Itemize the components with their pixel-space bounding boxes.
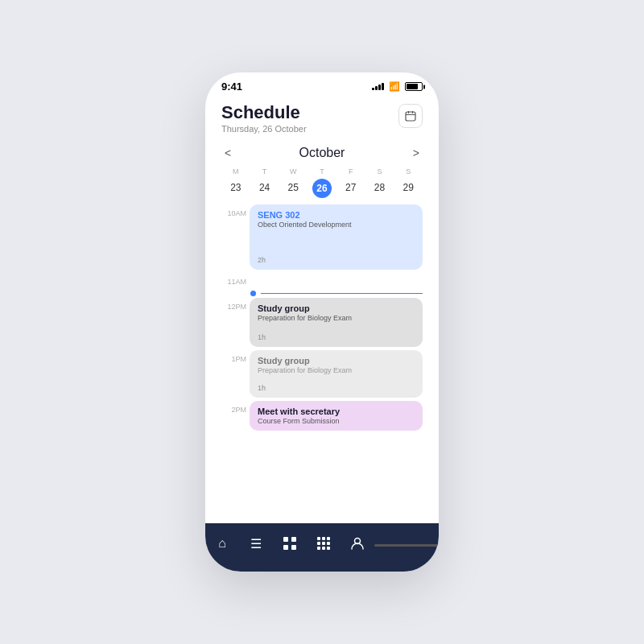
svg-rect-11 [317,542,320,545]
month-nav: < October > [205,142,439,164]
signal-icon [372,83,384,90]
month-title: October [299,146,345,160]
week-calendar: M T W T F S S 23 24 25 26 27 28 29 [205,164,439,204]
event-studygroup1[interactable]: Study group Preparation for Biology Exam… [250,298,423,347]
svg-rect-10 [327,537,330,540]
svg-rect-15 [322,547,325,550]
next-month-button[interactable]: > [410,145,423,161]
event-seng302-title: SENG 302 [258,210,415,220]
page-title: Schedule [221,102,307,123]
time-label-11am: 11AM [221,273,250,286]
battery-icon [405,82,423,91]
time-slot-11am: 11AM [221,273,423,289]
nav-grid[interactable] [307,531,341,555]
header-text: Schedule Thursday, 26 October [221,102,307,134]
status-time: 9:41 [221,80,242,93]
time-dot [250,291,256,296]
day-header-sat: S [365,167,394,175]
day-header-sun: S [394,167,423,175]
event-seng302-container: SENG 302 Obect Oriented Development 2h [250,204,423,273]
event-seng302-duration: 2h [258,256,415,264]
day-header-wed: W [279,167,308,175]
event-studygroup2-subtitle: Preparation for Biology Exam [258,366,415,374]
event-studygroup1-title: Study group [258,303,415,313]
time-label-1pm: 1PM [221,350,250,363]
svg-rect-16 [327,547,330,550]
schedule-area: 10AM SENG 302 Obect Oriented Development… [205,204,439,434]
time-line [261,293,423,294]
svg-rect-9 [322,537,325,540]
event-studygroup2[interactable]: Study group Preparation for Biology Exam… [250,350,423,398]
day-26-today[interactable]: 26 [312,179,332,198]
svg-rect-13 [327,542,330,545]
day-numbers: 23 24 25 26 27 28 29 [221,179,423,198]
event-studygroup1-container: Study group Preparation for Biology Exam… [250,298,423,350]
time-slot-1pm: 1PM Study group Preparation for Biology … [221,350,423,401]
svg-rect-8 [317,537,320,540]
day-29[interactable]: 29 [394,179,423,198]
page-header: Schedule Thursday, 26 October [205,96,439,142]
day-28[interactable]: 28 [365,179,394,198]
nav-profile[interactable] [341,531,374,555]
current-time-indicator [221,291,423,296]
home-indicator [374,544,439,547]
event-meetsecretary-subtitle: Course Form Submission [258,417,415,425]
time-label-2pm: 2PM [221,401,250,414]
grid-icon [315,535,332,552]
content-area: Schedule Thursday, 26 October < October … [205,96,439,523]
day-header-fri: F [336,167,365,175]
wifi-icon: 📶 [389,81,400,92]
svg-rect-14 [317,547,320,550]
calendar-grid-icon [281,535,299,552]
list-icon: ☰ [247,535,265,552]
time-slot-2pm: 2PM Meet with secretary Course Form Subm… [221,401,423,434]
11am-content [250,273,423,289]
event-studygroup1-duration: 1h [258,333,415,341]
calendar-icon-button[interactable] [398,104,423,128]
day-25[interactable]: 25 [279,179,308,198]
day-header-thu: T [308,167,336,175]
day-27[interactable]: 27 [336,179,365,198]
status-icons: 📶 [372,81,423,92]
event-seng302[interactable]: SENG 302 Obect Oriented Development 2h [250,204,423,270]
event-studygroup2-duration: 1h [258,384,415,392]
svg-rect-0 [406,112,415,121]
event-meetsecretary-container: Meet with secretary Course Form Submissi… [250,401,423,434]
phone-frame: 9:41 📶 Schedule Thursday, 26 October [205,72,439,572]
nav-calendar-grid[interactable] [273,531,307,555]
page-subtitle: Thursday, 26 October [221,124,307,134]
time-label-12pm: 12PM [221,298,250,311]
time-slot-12pm: 12PM Study group Preparation for Biology… [221,298,423,350]
svg-rect-12 [322,542,325,545]
event-meetsecretary[interactable]: Meet with secretary Course Form Submissi… [250,401,423,431]
svg-rect-7 [291,545,296,550]
prev-month-button[interactable]: < [221,145,234,161]
event-meetsecretary-title: Meet with secretary [258,407,415,416]
event-studygroup2-container: Study group Preparation for Biology Exam… [250,350,423,401]
day-headers: M T W T F S S [221,167,423,175]
svg-rect-5 [291,537,296,542]
home-icon: ⌂ [213,535,231,552]
event-studygroup1-subtitle: Preparation for Biology Exam [258,314,415,322]
day-23[interactable]: 23 [221,179,250,198]
day-header-mon: M [221,167,250,175]
profile-icon [349,535,366,552]
day-header-tue: T [250,167,279,175]
status-bar: 9:41 📶 [205,72,439,96]
nav-list[interactable]: ☰ [239,531,273,555]
event-studygroup2-title: Study group [258,356,415,365]
svg-rect-6 [283,545,288,550]
event-seng302-subtitle: Obect Oriented Development [258,221,415,229]
bottom-nav: ⌂ ☰ [205,523,439,572]
time-slot-10am: 10AM SENG 302 Obect Oriented Development… [221,204,423,273]
day-24[interactable]: 24 [250,179,279,198]
event-seng302-spacer [258,229,415,253]
nav-home[interactable]: ⌂ [205,531,239,555]
time-label-10am: 10AM [221,204,250,217]
svg-rect-4 [283,537,288,542]
